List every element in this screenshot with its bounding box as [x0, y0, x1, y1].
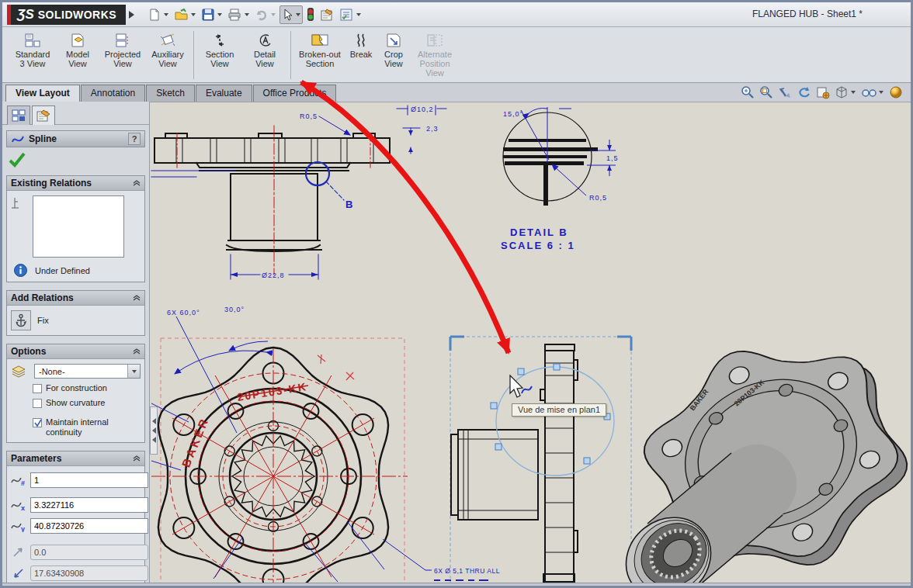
layers-icon — [11, 365, 28, 379]
svg-text:R0,5: R0,5 — [589, 194, 607, 202]
detail-b-view[interactable]: 15,0° 1,5 R0,5 DETAIL B SCALE 6 : 1 — [501, 107, 619, 251]
svg-text:30,0°: 30,0° — [224, 306, 245, 313]
title-bar: ƷS SOLIDWORKS — [2, 2, 911, 27]
toolbar-expand-arrow-icon[interactable] — [129, 11, 138, 19]
ribbon-separator — [193, 31, 194, 79]
tab-view-layout[interactable]: View Layout — [5, 85, 80, 102]
show-curvature-row: Show curvature — [33, 398, 141, 408]
select-arrow-icon — [281, 8, 293, 22]
options-button[interactable] — [338, 5, 363, 24]
sheet-properties-button[interactable] — [318, 5, 336, 24]
tangent-polar-input — [30, 566, 148, 581]
projected-view-button[interactable]: Projected View — [100, 29, 145, 70]
window-bottom-border — [2, 583, 911, 588]
crop-view-button[interactable]: Crop View — [377, 29, 411, 70]
relations-listbox[interactable] — [33, 195, 124, 258]
front-view[interactable]: BAKER 20P103-KK 6X 60,0° 30,0° — [151, 306, 432, 583]
for-construction-checkbox[interactable] — [33, 384, 42, 393]
feature-manager-tab[interactable] — [7, 105, 30, 125]
solidworks-brand: SOLIDWORKS — [38, 9, 116, 21]
select-tool-button[interactable] — [279, 5, 303, 24]
confirm-row — [2, 147, 149, 168]
broken-out-section-icon — [311, 31, 329, 50]
perpendicular-relation-icon — [11, 195, 28, 211]
collapse-chevron-icon[interactable] — [133, 295, 141, 301]
tab-sketch[interactable]: Sketch — [146, 85, 195, 102]
maintain-continuity-checkbox[interactable] — [33, 418, 42, 427]
maintain-continuity-label: Maintain internal continuity — [46, 417, 141, 438]
dropdown-arrow-icon[interactable] — [127, 365, 140, 378]
model-view-button[interactable]: Model View — [55, 29, 100, 70]
pan-sheet-icon[interactable] — [816, 85, 830, 99]
break-button[interactable]: Break — [345, 29, 377, 61]
crop-view-icon — [385, 31, 402, 50]
auxiliary-view-button[interactable]: Auxiliary View — [145, 29, 190, 70]
hide-show-items-icon[interactable] — [861, 85, 884, 99]
svg-text:x: x — [21, 504, 25, 511]
open-folder-icon — [174, 8, 189, 22]
collapse-chevron-icon[interactable] — [133, 180, 141, 186]
ok-check-icon[interactable] — [9, 152, 26, 168]
view-tooltip: Vue de mise en plan1 — [512, 403, 606, 417]
new-document-icon — [148, 8, 161, 22]
undo-button[interactable] — [253, 5, 278, 24]
tangent-arrow-ne-icon — [11, 547, 26, 558]
parameters-title: Parameters — [11, 453, 61, 464]
projected-view-icon — [114, 31, 131, 50]
tab-annotation[interactable]: Annotation — [81, 85, 145, 102]
rotate-view-icon[interactable] — [797, 85, 811, 99]
display-style-icon[interactable] — [835, 85, 856, 99]
feature-tree-icon — [12, 109, 26, 122]
show-curvature-checkbox[interactable] — [33, 399, 42, 408]
property-manager-tab[interactable] — [32, 105, 55, 125]
svg-text:6X Ø 5,1 THRU ALL: 6X Ø 5,1 THRU ALL — [434, 567, 500, 575]
layer-select[interactable]: -None- — [34, 364, 141, 379]
undo-icon — [255, 8, 269, 22]
relation-status: Under Defined — [35, 266, 90, 275]
parameters-group: Parameters # x y — [6, 451, 145, 583]
drawing-sheet[interactable]: B R0,5 Ø10,2 2,3 Ø22,8 — [150, 102, 911, 583]
heads-up-view-toolbar — [741, 85, 911, 102]
svg-text:6X 60,0°: 6X 60,0° — [167, 309, 200, 316]
detail-view-button[interactable]: Detail View — [242, 29, 287, 70]
open-button[interactable] — [172, 5, 198, 24]
spline-cursor-glyph — [522, 386, 532, 393]
standard-3-view-button[interactable]: Standard 3 View — [10, 29, 55, 70]
point-number-input[interactable] — [30, 472, 148, 488]
zoom-to-fit-icon[interactable] — [741, 85, 755, 99]
previous-view-icon[interactable] — [778, 85, 793, 99]
side-view[interactable]: B R0,5 Ø10,2 2,3 Ø22,8 — [151, 105, 446, 279]
drawing-canvas[interactable]: B R0,5 Ø10,2 2,3 Ø22,8 — [150, 102, 911, 583]
tab-office-products[interactable]: Office Products — [253, 85, 337, 102]
print-button[interactable] — [226, 5, 252, 24]
alternate-position-view-button[interactable]: Alternate Position View — [411, 29, 459, 79]
projected-side-view[interactable] — [450, 337, 631, 583]
tab-evaluate[interactable]: Evaluate — [196, 85, 252, 102]
x-coordinate-input[interactable] — [30, 497, 148, 513]
zoom-to-area-icon[interactable] — [759, 85, 773, 99]
new-document-button[interactable] — [146, 5, 171, 24]
isometric-view[interactable]: BAKER 20P103-KK — [609, 310, 911, 583]
mouse-cursor — [510, 375, 522, 397]
fix-relation-button[interactable] — [11, 310, 31, 330]
rebuild-button[interactable] — [304, 5, 317, 24]
properties-sheet-icon — [320, 8, 335, 22]
alternate-position-view-icon — [425, 31, 444, 50]
ribbon-toolbar: Standard 3 View Model View Projected Vie… — [2, 27, 911, 83]
save-floppy-icon — [201, 8, 215, 22]
layer-select-value: -None- — [35, 367, 127, 376]
property-manager-icon — [36, 109, 51, 123]
section-view-button[interactable]: Section View — [197, 29, 242, 70]
y-coordinate-input[interactable] — [30, 518, 148, 534]
help-button[interactable]: ? — [128, 133, 141, 145]
for-construction-label: For construction — [46, 383, 107, 393]
panel-splitter[interactable] — [150, 406, 158, 455]
edit-appearance-icon[interactable] — [889, 85, 903, 99]
solidworks-window: ƷS SOLIDWORKS — [0, 0, 913, 588]
broken-out-section-button[interactable]: Broken-out Section — [294, 29, 345, 70]
save-button[interactable] — [200, 5, 224, 24]
print-icon — [227, 8, 242, 22]
collapse-chevron-icon[interactable] — [133, 348, 141, 355]
collapse-chevron-icon[interactable] — [133, 455, 141, 462]
existing-relations-title: Existing Relations — [11, 178, 92, 189]
